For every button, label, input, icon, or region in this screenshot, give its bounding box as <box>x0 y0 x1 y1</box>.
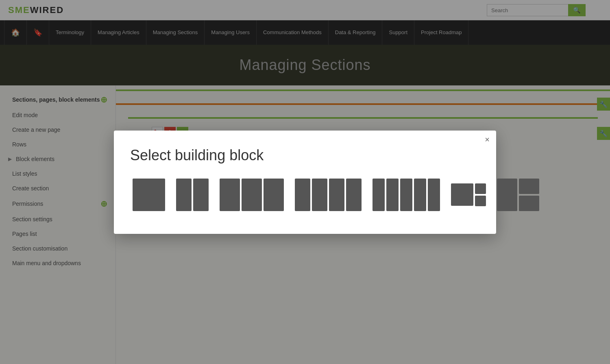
modal-close-button[interactable]: × <box>485 135 490 144</box>
layout-row <box>497 179 539 211</box>
block-cell <box>346 179 362 211</box>
block-cell <box>295 179 310 211</box>
block-cell <box>242 179 262 211</box>
block-layout-4col[interactable] <box>292 176 364 214</box>
block-cell <box>386 179 399 211</box>
block-cell <box>133 179 165 211</box>
block-cell <box>193 179 209 211</box>
block-cell <box>264 179 284 211</box>
block-layout-1col[interactable] <box>130 176 168 214</box>
block-cell-group <box>475 183 486 206</box>
modal-overlay: × Select building block <box>0 0 610 364</box>
block-cell <box>451 183 473 206</box>
block-cell <box>497 179 517 211</box>
modal-title: Select building block <box>130 147 480 164</box>
block-layout-mixed2[interactable] <box>495 176 542 214</box>
block-cell <box>400 179 412 211</box>
block-cell <box>519 196 539 211</box>
block-options <box>130 176 480 214</box>
block-cell-group <box>519 179 539 211</box>
modal: × Select building block <box>114 131 496 234</box>
block-cell <box>475 183 486 194</box>
block-cell <box>414 179 426 211</box>
block-cell <box>373 179 385 211</box>
block-cell <box>475 196 486 206</box>
block-layout-2col[interactable] <box>174 176 211 214</box>
block-layout-5col[interactable] <box>370 176 442 214</box>
block-cell <box>428 179 440 211</box>
block-cell <box>176 179 192 211</box>
block-cell <box>220 179 240 211</box>
block-cell <box>329 179 344 211</box>
block-layout-mixed1[interactable] <box>449 181 488 209</box>
block-cell <box>519 179 539 194</box>
layout-row <box>451 183 486 206</box>
block-cell <box>312 179 327 211</box>
block-layout-3col[interactable] <box>217 176 286 214</box>
